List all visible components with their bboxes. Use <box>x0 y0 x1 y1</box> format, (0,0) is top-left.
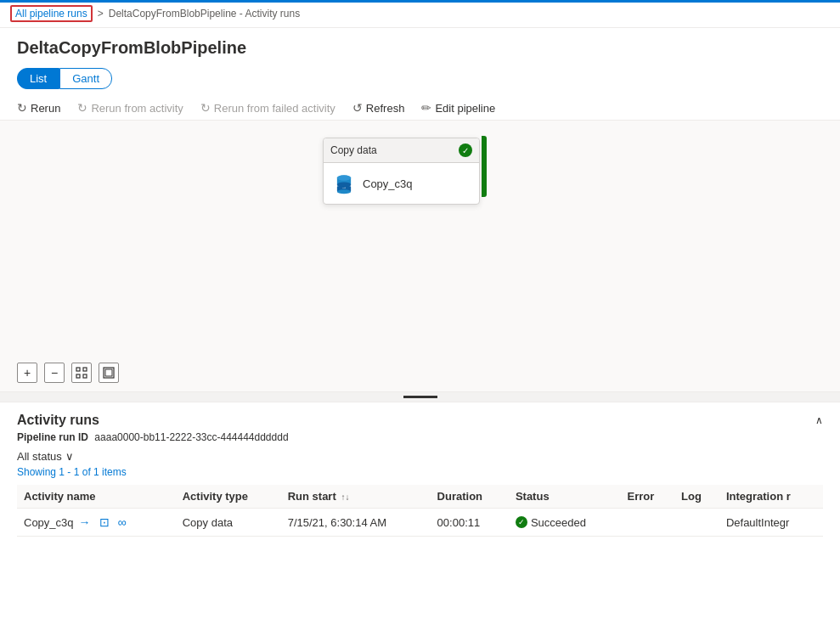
divider-bar <box>403 396 437 398</box>
showing-count: Showing 1 - 1 of 1 items <box>17 466 823 478</box>
view-toggle: List Gantt <box>0 65 840 96</box>
expand-view-button[interactable] <box>99 363 119 383</box>
cell-status: ✓ Succeeded <box>509 509 621 537</box>
zoom-in-button[interactable]: + <box>17 363 37 383</box>
chevron-down-icon: ∨ <box>65 450 74 463</box>
activity-runs-section: Activity runs ∧ Pipeline run ID aaaa0000… <box>0 402 840 537</box>
status-filter: All status ∨ <box>17 450 823 463</box>
cell-activity-name: Copy_c3q → ⊡ ∞ <box>17 509 176 537</box>
table-row: Copy_c3q → ⊡ ∞ Copy data 7/15/21, 6:30:1… <box>17 509 823 537</box>
collapse-icon[interactable]: ∧ <box>815 414 823 426</box>
rerun-label: Rerun <box>31 102 60 115</box>
col-run-start: Run start ↑↓ <box>281 485 431 509</box>
details-icon[interactable]: ∞ <box>118 515 127 529</box>
fit-view-button[interactable] <box>71 363 92 383</box>
breadcrumb-current-page: DeltaCopyFromBlobPipeline - Activity run… <box>109 8 300 20</box>
svg-rect-9 <box>76 374 80 378</box>
rerun-button[interactable]: ↻ Rerun <box>17 101 60 115</box>
activity-runs-table: Activity name Activity type Run start ↑↓… <box>17 485 823 537</box>
col-error: Error <box>621 485 675 509</box>
col-status: Status <box>509 485 621 509</box>
pipeline-run-id-value: aaaa0000-bb11-2222-33cc-444444dddddd <box>94 431 288 443</box>
status-filter-button[interactable]: All status ∨ <box>17 450 74 463</box>
status-filter-label: All status <box>17 450 62 463</box>
node-right-bar <box>482 136 487 197</box>
node-header-label: Copy data <box>330 144 377 156</box>
pipeline-diagram: Copy data ✓ → Copy_c3q + <box>0 121 840 392</box>
section-header: Activity runs ∧ <box>17 402 823 431</box>
section-title: Activity runs <box>17 413 99 428</box>
node-body-label: Copy_c3q <box>363 177 413 190</box>
status-value: Succeeded <box>531 516 586 529</box>
col-activity-type: Activity type <box>176 485 281 509</box>
resize-handle[interactable] <box>0 392 840 402</box>
svg-rect-10 <box>83 374 87 378</box>
svg-rect-12 <box>105 369 112 376</box>
pipeline-run-id-row: Pipeline run ID aaaa0000-bb11-2222-33cc-… <box>17 431 823 443</box>
col-log: Log <box>674 485 719 509</box>
svg-text:→: → <box>341 184 347 190</box>
edit-pipeline-button[interactable]: ✏ Edit pipeline <box>421 101 495 115</box>
output-icon[interactable]: ⊡ <box>99 515 110 529</box>
refresh-label: Refresh <box>366 102 405 115</box>
cell-duration: 00:00:11 <box>431 509 509 537</box>
edit-pipeline-label: Edit pipeline <box>435 102 495 115</box>
status-success-icon: ✓ <box>516 516 527 528</box>
activity-node-body: → Copy_c3q <box>324 163 479 204</box>
col-activity-name: Activity name <box>17 485 176 509</box>
svg-point-3 <box>337 175 351 181</box>
rerun-from-activity-label: Rerun from activity <box>91 102 183 115</box>
cell-integration-runtime: DefaultIntegr <box>719 509 823 537</box>
edit-icon: ✏ <box>421 101 431 115</box>
rerun-from-activity-icon: ↻ <box>77 101 87 115</box>
activity-node-header: Copy data ✓ <box>324 138 479 163</box>
activity-name-value: Copy_c3q <box>24 516 74 529</box>
rerun-from-activity-button[interactable]: ↻ Rerun from activity <box>77 101 183 115</box>
breadcrumb-all-pipeline-runs[interactable]: All pipeline runs <box>10 5 93 22</box>
pipeline-run-id-label: Pipeline run ID <box>17 431 88 443</box>
toolbar: ↻ Rerun ↻ Rerun from activity ↻ Rerun fr… <box>0 96 840 121</box>
svg-rect-7 <box>76 368 80 371</box>
cell-log <box>674 509 719 537</box>
list-view-button[interactable]: List <box>17 68 59 89</box>
breadcrumb: All pipeline runs > DeltaCopyFromBlobPip… <box>0 0 840 28</box>
breadcrumb-separator: > <box>98 8 104 20</box>
zoom-out-button[interactable]: − <box>44 363 65 383</box>
cell-activity-type: Copy data <box>176 509 281 537</box>
rerun-from-failed-label: Rerun from failed activity <box>214 102 335 115</box>
activity-node[interactable]: Copy data ✓ → Copy_c3q <box>323 138 480 205</box>
cell-run-start: 7/15/21, 6:30:14 AM <box>281 509 431 537</box>
refresh-button[interactable]: ↺ Refresh <box>352 101 405 115</box>
col-duration: Duration <box>431 485 509 509</box>
svg-rect-8 <box>83 368 87 371</box>
input-icon[interactable]: → <box>79 515 91 529</box>
col-integration-runtime: Integration r <box>719 485 823 509</box>
cell-error <box>621 509 675 537</box>
diagram-toolbar: + − <box>17 363 119 383</box>
accent-bar <box>0 0 840 3</box>
rerun-from-failed-button[interactable]: ↻ Rerun from failed activity <box>200 101 335 115</box>
gantt-view-button[interactable]: Gantt <box>59 68 112 89</box>
table-body: Copy_c3q → ⊡ ∞ Copy data 7/15/21, 6:30:1… <box>17 509 823 537</box>
refresh-icon: ↺ <box>352 101 363 115</box>
copy-data-icon: → <box>332 172 356 195</box>
node-success-icon: ✓ <box>459 143 472 157</box>
rerun-from-failed-icon: ↻ <box>200 101 211 115</box>
rerun-icon: ↻ <box>17 101 27 115</box>
table-header: Activity name Activity type Run start ↑↓… <box>17 485 823 509</box>
page-title: DeltaCopyFromBlobPipeline <box>0 28 840 65</box>
